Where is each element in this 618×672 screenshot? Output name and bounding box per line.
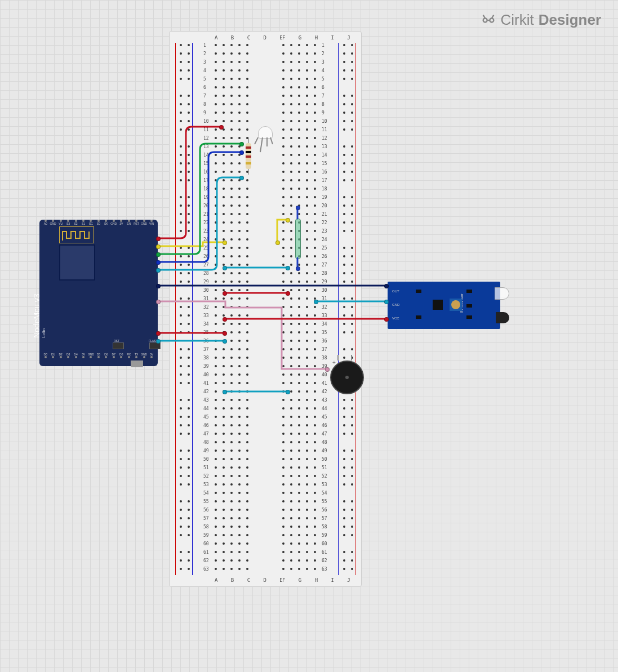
pin-S1: S1 [81, 220, 86, 233]
ir-ic-icon [433, 300, 443, 310]
wire-endpoint [239, 142, 244, 146]
pin-S3: S3 [66, 220, 70, 233]
pins-top: A0GNDVUS3S2S1SCS0SKGND3VENRSTGNDVIN [39, 220, 158, 233]
rail-blue-right [338, 43, 339, 575]
pin-RX: RX [127, 353, 131, 366]
pin-D4: D4 [74, 353, 78, 366]
pin-TX: TX [134, 353, 139, 366]
col-labels-bot-right: F G H I J [282, 577, 355, 583]
rst-label: RST [114, 339, 119, 342]
pin-3V: 3V [119, 220, 123, 233]
pin-EN: EN [127, 220, 131, 233]
wire-endpoint [296, 266, 300, 271]
wire-endpoint [223, 241, 227, 245]
wire-endpoint [156, 237, 161, 241]
reed-switch-icon [295, 219, 301, 259]
pin-D0: D0 [43, 353, 48, 366]
pin-VU: VU [59, 220, 63, 233]
pin-D2: D2 [59, 353, 63, 366]
svg-point-1 [490, 18, 493, 22]
col-labels-top-right: F G H I J [282, 35, 355, 41]
pin-D7: D7 [112, 353, 116, 366]
wire-endpoint [239, 176, 244, 180]
wire-endpoint [156, 252, 161, 257]
pin-S2: S2 [74, 220, 78, 233]
wire-endpoint [286, 218, 290, 222]
resistor-icon [246, 143, 251, 169]
wire-endpoint [314, 300, 318, 304]
breadboard: A B C D E F G H I J A B C D E F G H I J … [169, 31, 362, 587]
ir-smd-icon [416, 315, 421, 319]
brand-name-1: Cirkit [501, 11, 534, 29]
nodemcu-board: NodeMcu v3 Lolin RST FLASH A0GNDVUS3S2S1… [39, 220, 158, 366]
pin-D6: D6 [104, 353, 108, 366]
pin-SC: SC [88, 220, 93, 233]
wire-endpoint [156, 300, 161, 304]
wire-endpoint [286, 291, 290, 296]
pin-3V: 3V [81, 353, 86, 366]
pin-VIN: VIN [149, 220, 154, 233]
wire-endpoint [286, 390, 290, 394]
pin-D8: D8 [119, 353, 123, 366]
reset-button[interactable] [113, 342, 124, 349]
ir-smd-icon [416, 290, 421, 293]
ir-receiver-icon [496, 312, 509, 323]
ir-emitter-icon [495, 287, 509, 300]
pin-GND: GND [88, 353, 93, 366]
pin-A0: A0 [43, 220, 48, 233]
pin-3V: 3V [149, 353, 154, 366]
wire-endpoint [296, 206, 300, 210]
col-labels-top-left: A B C D E [215, 35, 288, 41]
ir-sensor-board: IR Sensor OUT GND VCC [388, 282, 500, 329]
wire-endpoint [223, 317, 227, 322]
wire-endpoint [384, 317, 389, 322]
svg-line-4 [491, 15, 493, 18]
pin-D3: D3 [66, 353, 70, 366]
pin-GND: GND [51, 220, 55, 233]
ir-pin-vcc: VCC [392, 317, 399, 320]
svg-point-0 [483, 18, 487, 22]
wire-endpoint [239, 150, 244, 155]
buzzer-plus-label: + [332, 359, 336, 366]
pin-S0: S0 [96, 220, 101, 233]
ir-smd-icon [466, 290, 472, 293]
wire-endpoint [156, 268, 161, 273]
wire-endpoint [286, 266, 290, 270]
pin-GND: GND [112, 220, 116, 233]
wire-endpoint [219, 125, 224, 130]
ir-pin-out: OUT [392, 290, 399, 293]
brand-name-2: Designer [539, 11, 601, 29]
wire-endpoint [156, 339, 161, 344]
col-labels-bot-left: A B C D E [215, 577, 288, 583]
svg-line-3 [483, 15, 485, 18]
pin-GND: GND [142, 220, 146, 233]
rail-red-right [355, 43, 355, 575]
wire-endpoint [223, 390, 227, 394]
ir-smd-icon [466, 304, 472, 308]
wire-endpoint [384, 300, 389, 304]
pin-D1: D1 [51, 353, 55, 366]
rail-blue-left [192, 43, 193, 575]
ir-pin-gnd: GND [392, 303, 399, 306]
potentiometer-icon[interactable] [450, 299, 462, 311]
wire-endpoint [325, 367, 330, 372]
pins-bottom: D0D1D2D3D43VGNDD5D6D7D8RXTXGND3V [39, 353, 158, 366]
pin-D5: D5 [96, 353, 101, 366]
nodemcu-label: NodeMcu v3 Lolin [32, 293, 46, 338]
buzzer-icon [330, 361, 364, 394]
wire-endpoint [275, 241, 280, 245]
wire-endpoint [156, 260, 161, 265]
pin-GND: GND [142, 353, 146, 366]
brand-icon [481, 12, 496, 28]
wire-endpoint [384, 284, 389, 288]
wire-endpoint [156, 284, 161, 288]
rgb-led-icon [258, 126, 273, 139]
ir-smd-icon [466, 315, 472, 319]
wire-endpoint [156, 331, 161, 336]
wire-endpoint [223, 339, 227, 344]
rail-red-left [175, 43, 176, 575]
wire-endpoint [156, 244, 161, 249]
wire-endpoint [223, 331, 227, 336]
brand: Cirkit Designer [481, 11, 601, 29]
wire-endpoint [223, 291, 227, 296]
